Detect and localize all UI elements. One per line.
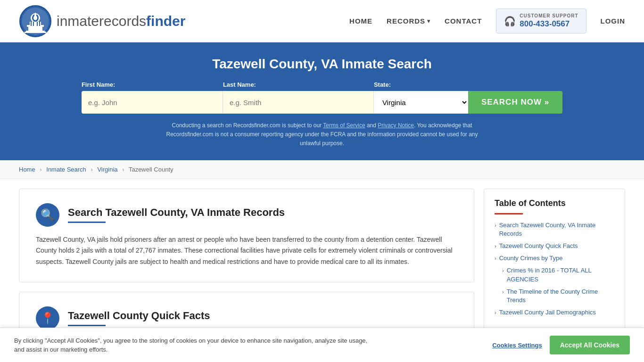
toc-chevron-2: › — [495, 255, 496, 262]
breadcrumb-virginia[interactable]: Virginia — [97, 166, 117, 173]
search-icon-circle: 🔍 — [36, 203, 59, 227]
state-select[interactable]: Virginia Alabama Alaska Arizona Arkansas… — [374, 91, 468, 114]
toc-card: Table of Contents ›Search Tazewell Count… — [484, 189, 625, 331]
support-label: CUSTOMER SUPPORT — [520, 13, 578, 19]
toc-item-label-4: The Timeline of the County Crime Trends — [507, 288, 614, 304]
support-number: 800-433-0567 — [520, 19, 578, 29]
logo[interactable]: inmaterecordsfinder — [19, 5, 185, 38]
card-title-underline-2 — [68, 325, 106, 326]
last-name-input[interactable] — [223, 91, 374, 114]
card-title-group-2: Tazewell County Quick Facts — [68, 310, 210, 326]
breadcrumb: Home › Inmate Search › Virginia › Tazewe… — [0, 160, 644, 179]
breadcrumb-home[interactable]: Home — [19, 166, 35, 173]
logo-text: inmaterecordsfinder — [57, 13, 185, 29]
first-name-group: First Name: — [82, 81, 223, 114]
nav-records-label[interactable]: RECORDS — [387, 17, 425, 25]
last-name-label: Last Name: — [223, 81, 374, 88]
toc-item-0[interactable]: ›Search Tazewell County, VA Inmate Recor… — [495, 221, 614, 238]
accept-all-cookies-button[interactable]: Accept All Cookies — [550, 336, 630, 354]
site-header: inmaterecordsfinder HOME RECORDS ▾ CONTA… — [0, 0, 644, 42]
toc-items: ›Search Tazewell County, VA Inmate Recor… — [495, 221, 614, 317]
terms-of-service-link[interactable]: Terms of Service — [323, 122, 365, 129]
toc-chevron-0: › — [495, 222, 496, 229]
card-title-group: Search Tazewell County, VA Inmate Record… — [68, 206, 285, 223]
toc-item-label-5: Tazewell County Jail Demographics — [499, 308, 596, 317]
breadcrumb-inmate-search[interactable]: Inmate Search — [46, 166, 86, 173]
toc-item-label-3: Crimes % in 2016 - TOTAL ALL AGENCIES — [507, 266, 614, 283]
privacy-notice-link[interactable]: Privacy Notice — [378, 122, 414, 129]
first-name-label: First Name: — [82, 81, 223, 88]
login-button[interactable]: LOGIN — [601, 17, 626, 25]
last-name-group: Last Name: — [223, 81, 374, 114]
main-nav: HOME RECORDS ▾ CONTACT 🎧 CUSTOMER SUPPOR… — [349, 8, 625, 33]
search-form: First Name: Last Name: State: Virginia A… — [19, 81, 625, 114]
chevron-down-icon: ▾ — [427, 17, 430, 25]
svg-rect-13 — [39, 22, 40, 26]
inmate-records-card: 🔍 Search Tazewell County, VA Inmate Reco… — [19, 189, 474, 282]
disclaimer-text: Conducting a search on Recordsfinder.com… — [157, 121, 487, 148]
search-now-button[interactable]: SEARCH NOW » — [468, 91, 562, 114]
search-icon: 🔍 — [41, 208, 55, 222]
toc-item-3[interactable]: ›Crimes % in 2016 - TOTAL ALL AGENCIES — [495, 266, 614, 283]
customer-support-box[interactable]: 🎧 CUSTOMER SUPPORT 800-433-0567 — [496, 8, 586, 33]
breadcrumb-sep-2: › — [91, 166, 92, 173]
card-header-2: 📍 Tazewell County Quick Facts — [36, 306, 457, 330]
logo-icon — [19, 5, 52, 38]
breadcrumb-tazewell-county: Tazewell County — [129, 166, 173, 173]
toc-chevron-1: › — [495, 243, 496, 250]
toc-item-4[interactable]: ›The Timeline of the County Crime Trends — [495, 288, 614, 304]
toc-chevron-3: › — [502, 267, 504, 274]
svg-rect-15 — [25, 32, 46, 33]
svg-rect-10 — [31, 22, 32, 26]
search-banner: Tazewell County, VA Inmate Search First … — [0, 42, 644, 160]
support-info: CUSTOMER SUPPORT 800-433-0567 — [520, 13, 578, 29]
map-icon-circle: 📍 — [36, 306, 59, 330]
state-group: State: Virginia Alabama Alaska Arizona A… — [374, 81, 468, 114]
state-label: State: — [374, 81, 468, 88]
card-title-underline-1 — [68, 222, 106, 223]
headset-icon: 🎧 — [504, 16, 516, 27]
cookie-text: By clicking "Accept All Cookies", you ag… — [14, 336, 372, 354]
cookie-banner: By clicking "Accept All Cookies", you ag… — [0, 328, 644, 362]
toc-chevron-4: › — [502, 288, 504, 296]
cookies-settings-button[interactable]: Cookies Settings — [492, 342, 542, 349]
toc-chevron-5: › — [495, 309, 496, 316]
nav-contact[interactable]: CONTACT — [445, 17, 482, 25]
map-icon: 📍 — [41, 312, 55, 325]
toc-underline — [495, 213, 523, 214]
banner-title: Tazewell County, VA Inmate Search — [19, 57, 625, 72]
first-name-input[interactable] — [82, 91, 223, 114]
toc-item-label-2: County Crimes by Type — [499, 254, 563, 263]
toc-title: Table of Contents — [495, 198, 614, 208]
nav-home[interactable]: HOME — [349, 17, 372, 25]
card-header-1: 🔍 Search Tazewell County, VA Inmate Reco… — [36, 203, 457, 227]
cookie-buttons: Cookies Settings Accept All Cookies — [492, 336, 630, 354]
card-title-2: Tazewell County Quick Facts — [68, 310, 210, 322]
toc-item-label-1: Tazewell County Quick Facts — [499, 242, 578, 250]
toc-item-2[interactable]: ›County Crimes by Type — [495, 254, 614, 263]
breadcrumb-sep-3: › — [122, 166, 124, 173]
toc-item-5[interactable]: ›Tazewell County Jail Demographics — [495, 308, 614, 317]
nav-records[interactable]: RECORDS ▾ — [387, 17, 430, 25]
svg-rect-12 — [37, 22, 38, 26]
breadcrumb-sep-1: › — [40, 166, 41, 173]
card-title-1: Search Tazewell County, VA Inmate Record… — [68, 206, 285, 219]
toc-item-label-0: Search Tazewell County, VA Inmate Record… — [499, 221, 614, 238]
svg-rect-9 — [35, 13, 36, 15]
card-body-1: Tazewell County, VA jails hold prisoners… — [36, 234, 457, 268]
svg-rect-11 — [33, 22, 34, 26]
toc-item-1[interactable]: ›Tazewell County Quick Facts — [495, 242, 614, 250]
